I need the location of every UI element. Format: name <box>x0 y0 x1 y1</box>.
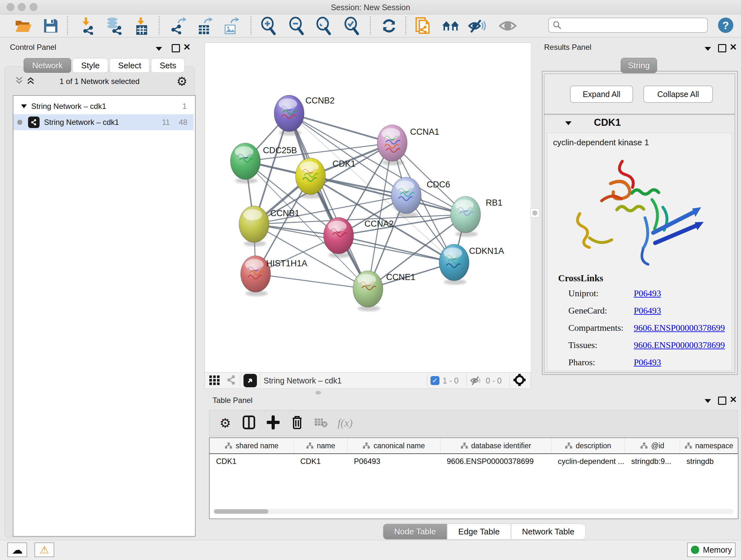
table-hscrollbar[interactable] <box>213 509 733 514</box>
table-cell[interactable]: P06493 <box>347 454 441 469</box>
panel-splitter-handle[interactable] <box>530 208 539 217</box>
memory-button[interactable]: Memory <box>687 543 736 557</box>
network-node-CCNB2[interactable]: CCNB2 <box>274 95 335 136</box>
network-edge-HIST1H1A-CCNE1[interactable] <box>256 274 368 289</box>
search-input[interactable] <box>562 20 700 30</box>
network-share-view-button[interactable] <box>226 374 237 387</box>
function-builder-button[interactable]: f(x) <box>338 417 353 429</box>
hidden-counts: 0 - 0 <box>486 376 502 385</box>
table-hscrollbar-thumb[interactable] <box>214 509 268 514</box>
table-cell[interactable]: 9606.ENSP00000378699 <box>441 454 551 469</box>
network-node-CDK1[interactable]: CDK1 <box>295 158 355 199</box>
table-panel-menu-icon[interactable] <box>704 398 712 405</box>
column-header-@id[interactable]: @id <box>625 438 680 453</box>
detach-view-button[interactable] <box>244 374 257 387</box>
node-table[interactable]: shared namenamecanonical namedatabase id… <box>209 437 738 519</box>
tab-string[interactable]: String <box>621 58 657 73</box>
network-edge-CCNB2-CCNA1[interactable] <box>289 113 392 143</box>
zoom-in-button[interactable] <box>259 17 278 35</box>
table-gear-icon[interactable]: ⚙ <box>219 416 231 430</box>
control-panel-float-icon[interactable] <box>172 44 180 52</box>
clone-network-button[interactable] <box>414 17 432 35</box>
tab-node-table[interactable]: Node Table <box>383 523 447 540</box>
table-panel-title: Table Panel <box>212 396 253 405</box>
zoom-selected-button[interactable] <box>342 17 361 35</box>
grid-view-button[interactable] <box>209 374 220 387</box>
crosslink-link[interactable]: P06493 <box>634 288 661 299</box>
selected-checkbox-icon[interactable]: ✓ <box>430 376 440 385</box>
table-panel-float-icon[interactable] <box>718 396 726 405</box>
results-panel-menu-icon[interactable] <box>704 46 712 53</box>
column-header-description[interactable]: description <box>551 438 625 453</box>
refresh-view-button[interactable] <box>380 17 398 35</box>
zoom-out-button[interactable] <box>287 17 306 35</box>
crosslink-link[interactable]: 9606.ENSP00000378699 <box>634 323 725 333</box>
column-header-database-identifier[interactable]: database identifier <box>441 438 551 453</box>
table-cell[interactable]: CDK1 <box>210 454 294 469</box>
network-node-CDC25B[interactable]: CDC25B <box>230 143 297 184</box>
results-panel-float-icon[interactable] <box>718 44 726 52</box>
search-box[interactable] <box>548 17 708 33</box>
delete-column-button[interactable] <box>291 415 303 431</box>
table-cell[interactable]: cyclin-dependent ... <box>551 454 625 469</box>
crosslink-link[interactable]: P06493 <box>634 306 661 316</box>
column-header-name[interactable]: name <box>294 438 347 453</box>
tab-edge-table[interactable]: Edge Table <box>447 523 511 540</box>
tab-network[interactable]: Network <box>23 58 71 73</box>
network-edge-CCNB1-CDKN1A[interactable] <box>254 224 454 262</box>
cloud-status-button[interactable]: ☁ <box>7 543 27 557</box>
column-header-namespace[interactable]: namespace <box>680 438 738 453</box>
import-network-file-button[interactable] <box>78 17 96 35</box>
save-session-button[interactable] <box>42 17 60 35</box>
export-network-button[interactable] <box>168 17 186 35</box>
delete-table-button[interactable] <box>314 417 328 429</box>
import-table-button[interactable] <box>132 17 151 35</box>
tab-network-table[interactable]: Network Table <box>511 523 586 540</box>
select-columns-button[interactable] <box>243 415 255 431</box>
control-panel-close-icon[interactable]: ✕ <box>183 44 191 51</box>
results-panel-close-icon[interactable]: ✕ <box>730 44 737 51</box>
network-edge-CCNA2-CDKN1A[interactable] <box>339 236 454 262</box>
crosslink-link[interactable]: 9606.ENSP00000378699 <box>634 340 725 350</box>
protein-card-expander-icon[interactable] <box>564 120 572 127</box>
collapse-all-button[interactable]: Collapse All <box>643 85 713 103</box>
network-row-selected[interactable]: String Network – cdk1 11 48 <box>13 114 194 130</box>
collection-expander-icon[interactable] <box>20 104 27 109</box>
table-panel-close-icon[interactable]: ✕ <box>730 396 737 403</box>
crosslink-row: Pharos:P06493 <box>568 357 728 368</box>
save-floppy-icon <box>43 18 59 34</box>
table-row[interactable]: CDK1CDK1P064939606.ENSP00000378699cyclin… <box>210 454 738 469</box>
column-header-label: database identifier <box>471 442 531 450</box>
network-collection-row[interactable]: String Network – cdk1 1 <box>13 98 194 114</box>
tab-select[interactable]: Select <box>110 58 150 73</box>
home-networks-button[interactable] <box>442 17 460 35</box>
control-panel-menu-icon[interactable] <box>155 46 163 53</box>
hide-selected-button[interactable] <box>468 17 486 35</box>
export-table-button[interactable] <box>195 17 213 35</box>
open-session-button[interactable] <box>14 17 32 35</box>
column-header-shared-name[interactable]: shared name <box>210 438 294 453</box>
tab-sets[interactable]: Sets <box>151 58 185 73</box>
table-cell[interactable]: stringdb <box>680 454 738 469</box>
show-all-button[interactable] <box>498 17 517 35</box>
import-network-database-button[interactable] <box>105 17 123 35</box>
network-canvas[interactable]: CCNB2CCNA1CDC25BCDK1CDC6RB1CCNB1CCNA2CDK… <box>205 43 531 373</box>
export-image-button[interactable] <box>221 17 240 35</box>
crosslink-label: Compartments: <box>568 323 634 333</box>
crosslink-link[interactable]: P06493 <box>634 357 661 368</box>
tab-style[interactable]: Style <box>72 58 108 73</box>
zoom-fit-button[interactable] <box>314 17 333 35</box>
expand-all-button[interactable]: Expand All <box>570 85 633 103</box>
help-button[interactable]: ? <box>718 17 733 33</box>
network-node-CDC6[interactable]: CDC6 <box>391 177 450 218</box>
table-cell[interactable]: CDK1 <box>294 454 347 469</box>
horizontal-splitter-dot[interactable] <box>315 391 321 395</box>
table-cell[interactable]: stringdb:9... <box>625 454 680 469</box>
network-node-RB1[interactable]: RB1 <box>451 196 502 237</box>
network-node-CDKN1A[interactable]: CDKN1A <box>439 244 504 285</box>
birdseye-view-button[interactable] <box>513 373 526 388</box>
add-column-button[interactable] <box>267 415 280 431</box>
warnings-button[interactable]: ⚠ <box>35 543 54 557</box>
column-header-canonical-name[interactable]: canonical name <box>347 438 441 453</box>
network-options-gear-icon[interactable]: ⚙ <box>177 74 187 88</box>
